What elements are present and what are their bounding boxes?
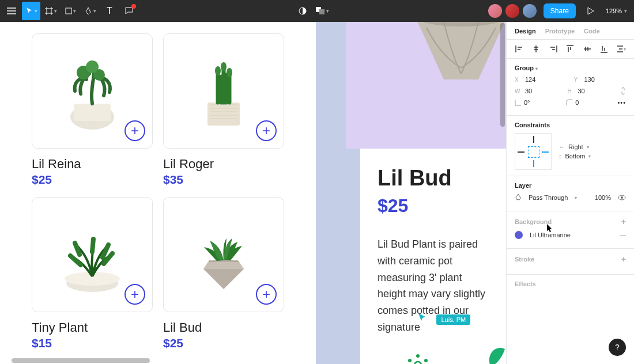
add-button[interactable]: + <box>256 284 277 305</box>
svg-point-11 <box>221 62 227 71</box>
top-toolbar: ▾ ▾ ▾ ▾ T ▾ Share 129%▾ <box>0 0 634 22</box>
avatar-3[interactable] <box>523 4 537 18</box>
product-grid-frame[interactable]: + Lil Reina $25 + Lil Roger $35 + Tiny P… <box>0 22 316 364</box>
add-button[interactable]: + <box>256 120 277 141</box>
svg-point-17 <box>416 354 420 358</box>
decorative-pattern <box>403 352 432 364</box>
add-button[interactable]: + <box>124 120 145 141</box>
product-price: $25 <box>32 173 153 187</box>
product-name: Lil Roger <box>163 157 284 172</box>
align-bottom-icon[interactable] <box>600 44 609 54</box>
h-value[interactable]: 30 <box>578 88 607 94</box>
avatar-2[interactable] <box>505 4 519 18</box>
product-card[interactable]: + Tiny Plant $15 <box>32 197 153 350</box>
svg-rect-3 <box>319 9 324 14</box>
plant-image <box>189 51 258 131</box>
align-left-icon[interactable] <box>515 44 524 54</box>
notification-dot <box>131 4 136 9</box>
share-button[interactable]: Share <box>544 3 576 18</box>
distribute-icon[interactable]: ▾ <box>617 44 626 54</box>
w-value[interactable]: 30 <box>525 88 554 94</box>
angle-icon <box>515 99 522 106</box>
corner-radius-icon <box>566 99 573 106</box>
frame-tool[interactable]: ▾ <box>41 2 60 20</box>
y-value[interactable]: 130 <box>584 76 613 83</box>
svg-point-10 <box>215 66 221 75</box>
svg-point-8 <box>86 60 99 73</box>
product-name: Tiny Plant <box>32 320 153 335</box>
canvas[interactable]: + Lil Reina $25 + Lil Roger $35 + Tiny P… <box>0 22 506 364</box>
shape-tool[interactable]: ▾ <box>61 2 80 20</box>
plant-image <box>58 51 127 131</box>
collaborator-cursor: Luis, PM <box>418 310 470 325</box>
constraint-h-select[interactable]: ↔Right▾ <box>558 143 591 150</box>
product-name: Lil Bud <box>163 320 284 335</box>
component-tool[interactable]: ▾ <box>313 2 331 20</box>
svg-rect-5 <box>74 104 111 121</box>
collaborator-label: Luis, PM <box>436 314 470 325</box>
svg-point-18 <box>424 359 428 362</box>
plant-image <box>58 214 127 295</box>
pen-tool[interactable]: ▾ <box>81 2 99 20</box>
cursor-pointer-icon <box>546 223 553 233</box>
product-name: Lil Reina <box>32 157 153 172</box>
constraints-widget[interactable] <box>515 133 552 170</box>
plant-image <box>189 214 258 295</box>
product-price: $35 <box>163 173 284 187</box>
x-value[interactable]: 124 <box>525 76 554 83</box>
product-card[interactable]: + Lil Bud $25 <box>163 197 284 350</box>
blend-mode-icon <box>515 194 522 202</box>
zoom-level[interactable]: 129%▾ <box>606 7 627 14</box>
tab-design[interactable]: Design <box>515 28 536 35</box>
align-top-icon[interactable] <box>566 44 575 54</box>
svg-point-22 <box>408 359 412 362</box>
more-options-icon[interactable]: ••• <box>617 99 626 106</box>
svg-rect-0 <box>66 8 71 14</box>
vertical-scrollbar[interactable] <box>500 23 505 127</box>
svg-point-16 <box>414 362 421 364</box>
contrast-tool[interactable] <box>293 2 312 20</box>
decorative-shape <box>488 343 505 364</box>
product-price: $15 <box>32 336 153 350</box>
tab-prototype[interactable]: Prototype <box>545 28 575 35</box>
product-price: $25 <box>163 336 284 350</box>
rotation-value[interactable]: 0° <box>524 99 553 106</box>
horizontal-scrollbar[interactable] <box>12 358 150 363</box>
detail-price: $25 <box>378 195 493 217</box>
menu-button[interactable] <box>2 2 21 20</box>
svg-point-12 <box>227 68 232 77</box>
help-button[interactable]: ? <box>609 339 626 356</box>
add-stroke-icon[interactable]: + <box>621 255 626 264</box>
svg-point-24 <box>621 196 623 199</box>
color-swatch[interactable] <box>515 231 523 239</box>
comment-tool[interactable] <box>120 2 138 20</box>
product-card[interactable]: + Lil Roger $35 <box>163 33 284 187</box>
avatar-1[interactable] <box>488 4 502 18</box>
visibility-icon[interactable] <box>618 194 626 202</box>
inspector-panel: Design Prototype Code ▾ Group ▾ X124 Y13… <box>506 22 634 364</box>
detail-pot-image <box>403 22 506 97</box>
remove-background-icon[interactable]: — <box>620 232 626 238</box>
align-right-icon[interactable] <box>549 44 558 54</box>
text-tool[interactable]: T <box>100 2 119 20</box>
detail-frame[interactable]: Lil Bud $25 Lil Bud Plant is paired with… <box>360 149 506 364</box>
align-hcenter-icon[interactable] <box>532 44 541 54</box>
add-button[interactable]: + <box>124 284 145 305</box>
product-card[interactable]: + Lil Reina $25 <box>32 33 153 187</box>
present-button[interactable] <box>582 2 600 20</box>
opacity-value[interactable]: 100% <box>595 194 611 201</box>
blend-mode-select[interactable]: Pass Through <box>529 194 568 201</box>
corner-value[interactable]: 0 <box>575 99 604 106</box>
move-tool[interactable]: ▾ <box>22 2 40 20</box>
detail-title: Lil Bud <box>378 166 493 191</box>
constrain-proportions-icon[interactable] <box>620 86 626 96</box>
align-vcenter-icon[interactable] <box>583 44 592 54</box>
constraint-v-select[interactable]: ↕Bottom▾ <box>558 153 591 160</box>
add-background-icon[interactable]: + <box>621 217 626 226</box>
tab-code[interactable]: Code <box>584 28 600 35</box>
svg-rect-9 <box>207 103 240 126</box>
